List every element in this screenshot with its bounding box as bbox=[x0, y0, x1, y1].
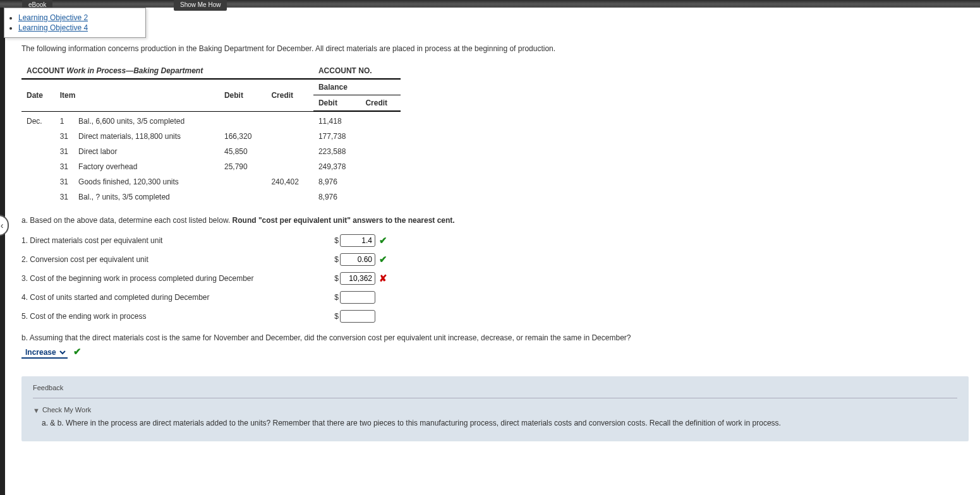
learning-objective-link[interactable]: Learning Objective 4 bbox=[18, 23, 88, 32]
answer-input-1[interactable] bbox=[340, 234, 375, 247]
ledger-row: 31 Direct materials, 118,800 units166,32… bbox=[21, 129, 401, 144]
triangle-down-icon: ▼ bbox=[33, 407, 40, 414]
check-icon: ✔ bbox=[379, 235, 387, 246]
chevron-left-icon: ‹ bbox=[1, 220, 4, 230]
tab-show-me-how[interactable]: Show Me How bbox=[174, 0, 227, 11]
answer-input-3[interactable] bbox=[340, 272, 375, 285]
x-icon: ✘ bbox=[379, 273, 387, 284]
answer-row: 2. Conversion cost per equivalent unit $… bbox=[21, 250, 969, 269]
answer-input-2[interactable] bbox=[340, 253, 375, 266]
feedback-panel: Feedback ▼Check My Work a. & b. Where in… bbox=[21, 376, 969, 441]
answer-input-4[interactable] bbox=[340, 291, 375, 304]
answer-row: 1. Direct materials cost per equivalent … bbox=[21, 231, 969, 250]
ledger-row: 31 Goods finished, 120,300 units 240,402… bbox=[21, 174, 401, 189]
answer-row: 3. Cost of the beginning work in process… bbox=[21, 269, 969, 288]
learning-objectives-dropdown: Learning Objective 2 Learning Objective … bbox=[4, 8, 146, 38]
feedback-body: a. & b. Where in the process are direct … bbox=[33, 419, 957, 427]
col-balance: Balance bbox=[313, 79, 401, 95]
check-icon: ✔ bbox=[73, 346, 82, 357]
check-my-work-toggle[interactable]: ▼Check My Work bbox=[33, 406, 957, 414]
ledger-table: ACCOUNT Work in Process—Baking Departmen… bbox=[21, 63, 401, 205]
answer-row: 5. Cost of the ending work in process $ bbox=[21, 307, 969, 326]
col-item: Item bbox=[55, 79, 219, 111]
col-debit: Debit bbox=[219, 79, 266, 111]
part-b: b. Assuming that the direct materials co… bbox=[21, 333, 969, 359]
account-title: ACCOUNT Work in Process—Baking Departmen… bbox=[21, 63, 313, 79]
ledger-row: Dec. 1 Bal., 6,600 units, 3/5 completed … bbox=[21, 111, 401, 129]
ledger-row: 31 Direct labor45,850 223,588 bbox=[21, 144, 401, 159]
col-credit: Credit bbox=[266, 79, 313, 111]
problem-content: The following information concerns produ… bbox=[0, 8, 980, 495]
part-a: a. Based on the above data, determine ea… bbox=[21, 216, 969, 326]
col-date: Date bbox=[21, 79, 55, 111]
check-icon: ✔ bbox=[379, 254, 387, 265]
ledger-row: 31 Factory overhead25,790 249,378 bbox=[21, 159, 401, 174]
top-toolbar-strip: eBook Show Me How bbox=[0, 0, 980, 8]
intro-text: The following information concerns produ… bbox=[21, 44, 969, 53]
part-b-select[interactable]: Increase bbox=[21, 347, 68, 357]
answer-row: 4. Cost of units started and completed d… bbox=[21, 288, 969, 307]
col-bal-credit: Credit bbox=[360, 95, 401, 112]
account-no-label: ACCOUNT NO. bbox=[313, 63, 401, 79]
col-bal-debit: Debit bbox=[313, 95, 360, 112]
learning-objective-link[interactable]: Learning Objective 2 bbox=[18, 13, 88, 22]
feedback-title: Feedback bbox=[33, 384, 957, 391]
answer-input-5[interactable] bbox=[340, 310, 375, 323]
ledger-row: 31 Bal., ? units, 3/5 completed 8,976 bbox=[21, 189, 401, 205]
